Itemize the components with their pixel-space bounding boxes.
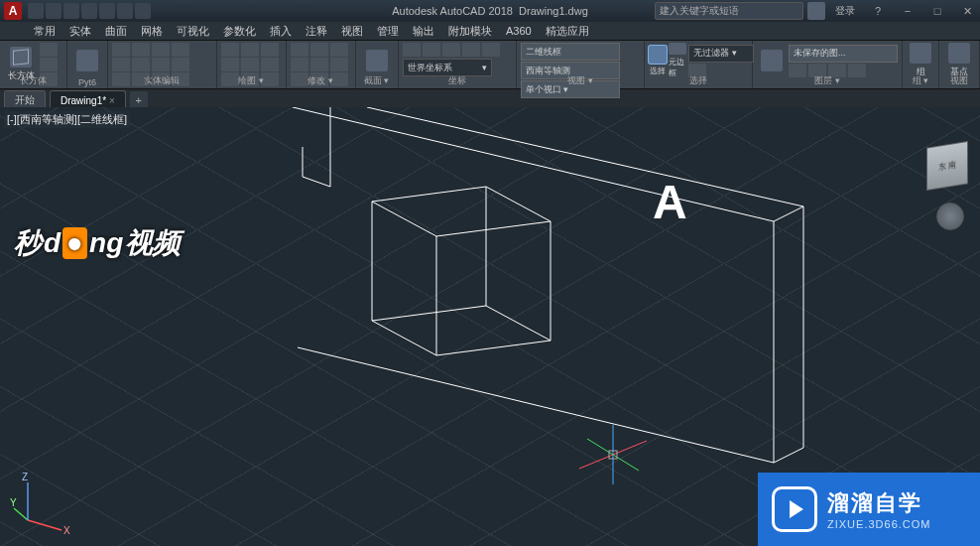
filter-dropdown[interactable]: 无过滤器 ▾ <box>688 45 754 63</box>
menu-a360[interactable]: A360 <box>500 24 538 38</box>
smooth-button[interactable] <box>71 43 103 78</box>
ucs-x-button[interactable] <box>482 43 500 57</box>
polyline-button[interactable] <box>241 43 259 57</box>
layer-state-dropdown[interactable]: 未保存的图... <box>789 45 898 63</box>
svg-line-2 <box>436 221 551 236</box>
trim-button[interactable] <box>330 43 348 57</box>
help-icon[interactable]: ? <box>865 2 891 20</box>
hatch-button[interactable] <box>261 43 279 57</box>
menu-annotate[interactable]: 注释 <box>300 23 333 40</box>
navwheel-icon[interactable] <box>936 203 964 230</box>
line-button[interactable] <box>221 43 239 57</box>
svg-text:X: X <box>63 525 70 536</box>
annotation-a: A <box>653 175 687 229</box>
svg-line-0 <box>372 187 486 202</box>
menu-bar: 常用 实体 曲面 网格 可视化 参数化 插入 注释 视图 管理 输出 附加模块 … <box>0 22 980 41</box>
infocenter-icon[interactable] <box>807 2 825 20</box>
extrude-button[interactable] <box>40 58 58 71</box>
menu-surface[interactable]: 曲面 <box>99 23 133 40</box>
shell-button[interactable] <box>172 43 189 57</box>
culling-button[interactable]: 选择 <box>649 43 667 78</box>
panel-section: 截面 ▾ <box>356 41 399 88</box>
svg-text:Z: Z <box>22 472 28 482</box>
menu-home[interactable]: 常用 <box>28 23 61 40</box>
close-tab-icon[interactable]: × <box>109 95 115 106</box>
panel-select: 选择 元边框 无过滤器 ▾ 选择 <box>645 41 753 88</box>
qat-open-icon[interactable] <box>46 3 61 19</box>
base-view-button[interactable]: 基点 <box>943 43 975 78</box>
watermark-miaodong: 秒d●ng视频 <box>14 224 181 262</box>
box-small <box>372 187 551 355</box>
polysolid-button[interactable] <box>40 43 58 57</box>
ucs-world-button[interactable] <box>423 43 440 57</box>
visual-style-dropdown[interactable]: 二维线框 <box>521 43 620 61</box>
menu-manage[interactable]: 管理 <box>371 23 405 40</box>
subtract-button[interactable] <box>112 58 130 71</box>
menu-addins[interactable]: 附加模块 <box>442 23 498 40</box>
base-icon <box>948 43 970 64</box>
menu-view[interactable]: 视图 <box>335 23 369 40</box>
menu-parametric[interactable]: 参数化 <box>217 23 262 40</box>
menu-visualize[interactable]: 可视化 <box>171 23 215 40</box>
smooth-icon <box>76 50 98 71</box>
slab <box>293 107 803 463</box>
thicken-button[interactable] <box>132 58 150 71</box>
qat-save-icon[interactable] <box>63 3 79 19</box>
panel-py: Pyt6 <box>67 41 108 88</box>
svg-line-3 <box>372 202 436 236</box>
svg-line-11 <box>372 321 436 355</box>
qat-undo-icon[interactable] <box>117 3 133 19</box>
ucs-button[interactable] <box>403 43 421 57</box>
minimize-button[interactable]: − <box>895 2 920 20</box>
qat-new-icon[interactable] <box>28 3 44 19</box>
qat-saveas-icon[interactable] <box>81 3 97 19</box>
qat-plot-icon[interactable] <box>99 3 115 19</box>
panel-primitive-label: 长方体 <box>0 74 66 87</box>
circle-button[interactable] <box>221 58 239 71</box>
group-button[interactable]: 组 <box>907 43 934 78</box>
rect-button[interactable] <box>241 58 259 71</box>
watermark-title: 溜溜自学 <box>827 488 930 518</box>
extract-edges-button[interactable] <box>152 43 170 57</box>
menu-mesh[interactable]: 网格 <box>135 23 169 40</box>
drawing-canvas[interactable]: [-][西南等轴测][二维线框] <box>0 107 980 546</box>
slice-button[interactable] <box>132 43 150 57</box>
menu-insert[interactable]: 插入 <box>264 23 298 40</box>
svg-line-1 <box>486 187 551 221</box>
signin-button[interactable]: 登录 <box>829 4 861 18</box>
union-button[interactable] <box>112 43 130 57</box>
ucs-icon[interactable]: X Y Z <box>10 469 79 538</box>
mirror-button[interactable] <box>310 58 328 71</box>
panel-view: 二维线框 西南等轴测 单个视口 ▾ 视图 ▾ <box>517 41 645 88</box>
menu-featured[interactable]: 精选应用 <box>540 23 595 40</box>
taper-button[interactable] <box>172 58 189 71</box>
viewcube-face[interactable]: 东 南 <box>926 141 968 191</box>
move-button[interactable] <box>291 43 308 57</box>
ribbon: 长方体 长方体 Pyt6 实体编辑 绘图 ▾ <box>0 41 980 89</box>
app-icon[interactable]: A <box>4 2 22 20</box>
section-icon <box>366 50 388 71</box>
help-search-input[interactable]: 建入关键字或短语 <box>655 2 803 20</box>
quick-access-toolbar <box>28 3 151 19</box>
gizmo-button[interactable]: 元边框 <box>669 43 686 78</box>
section-plane-button[interactable] <box>360 43 394 78</box>
maximize-button[interactable]: □ <box>924 2 950 20</box>
spline-button[interactable] <box>261 58 279 71</box>
layer-props-button[interactable] <box>757 43 787 78</box>
svg-line-26 <box>28 520 61 530</box>
ucs-face-button[interactable] <box>442 43 460 57</box>
svg-line-8 <box>372 306 486 321</box>
viewcube[interactable]: 东 南 <box>924 143 974 193</box>
offset-edge-button[interactable] <box>152 58 170 71</box>
svg-text:Y: Y <box>10 497 17 508</box>
menu-output[interactable]: 输出 <box>407 23 440 40</box>
menu-solid[interactable]: 实体 <box>63 23 97 40</box>
ucs-prev-button[interactable] <box>462 43 480 57</box>
close-button[interactable]: ✕ <box>954 2 980 20</box>
qat-redo-icon[interactable] <box>135 3 151 19</box>
panel-draw: 绘图 ▾ <box>217 41 287 88</box>
fillet-button[interactable] <box>330 58 348 71</box>
copy-button[interactable] <box>291 58 308 71</box>
panel-layer: 未保存的图... 图层 ▾ <box>753 41 903 88</box>
rotate-button[interactable] <box>310 43 328 57</box>
